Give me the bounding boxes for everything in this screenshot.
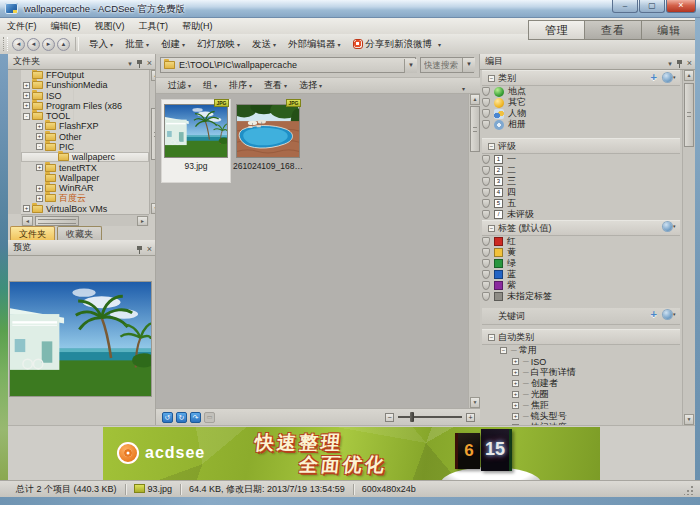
easy-select-shield-icon[interactable] [482, 98, 490, 107]
mode-button-查看[interactable]: 查看 [585, 20, 641, 40]
scroll-thumb[interactable] [35, 216, 79, 226]
easy-select-shield-icon[interactable] [482, 177, 490, 186]
catalog-vscrollbar[interactable]: ▲ ▼ [682, 70, 695, 425]
expand-icon[interactable]: + [23, 82, 30, 89]
easy-select-shield-icon[interactable] [482, 109, 490, 118]
menu-item[interactable]: 帮助(H) [175, 18, 220, 32]
panel-close-icon[interactable]: × [147, 56, 152, 71]
tree-item[interactable]: +VirtualBox VMs [21, 203, 149, 213]
scroll-down-icon[interactable]: ▼ [470, 397, 480, 408]
file-list[interactable]: JPG93.jpgJPG261024109_1680_... [156, 94, 468, 408]
collapse-icon[interactable]: − [488, 75, 495, 82]
filterbar-overflow-icon[interactable]: ▾ [462, 85, 465, 92]
pin-icon[interactable] [136, 245, 143, 254]
expand-icon[interactable]: + [23, 102, 30, 109]
easy-select-shield-icon[interactable] [482, 199, 490, 208]
panel-close-icon[interactable]: × [687, 56, 692, 71]
tree-item[interactable]: -PIC [21, 142, 149, 152]
expand-icon[interactable]: + [36, 133, 43, 140]
add-icon[interactable]: + [651, 72, 657, 82]
rating-section-header[interactable]: −评级 [482, 138, 680, 154]
easy-select-shield-icon[interactable] [482, 237, 490, 246]
tree-item[interactable]: +ISO [21, 91, 149, 101]
collapse-icon[interactable]: − [488, 143, 495, 150]
auto-categories-section-header[interactable]: −自动类别 [482, 329, 680, 345]
thumbnail-image[interactable] [237, 105, 299, 157]
minimize-button[interactable]: – [612, 0, 638, 13]
tree-item[interactable]: -TOOL [21, 111, 149, 121]
auto-category-root[interactable]: −─常用 [480, 345, 682, 356]
collapse-icon[interactable]: − [500, 347, 507, 354]
settings-gear-icon[interactable] [663, 222, 672, 231]
easy-select-shield-icon[interactable] [482, 210, 490, 219]
easy-select-shield-icon[interactable] [482, 120, 490, 129]
search-input[interactable] [421, 58, 462, 71]
tree-item[interactable]: +FFOutput [21, 70, 149, 80]
panel-menu-icon[interactable]: ▾ [668, 56, 672, 71]
pin-icon[interactable] [676, 59, 683, 68]
tree-item[interactable]: +FunshionMedia [21, 80, 149, 90]
expand-icon[interactable]: + [23, 205, 30, 212]
path-dropdown-icon[interactable]: ▼ [404, 59, 417, 73]
collapse-icon[interactable]: - [23, 113, 30, 120]
scroll-right-icon[interactable]: ► [137, 216, 148, 226]
auto-rotate-button[interactable]: ↷ [190, 412, 201, 423]
easy-select-shield-icon[interactable] [482, 292, 490, 301]
tab-文件夹[interactable]: 文件夹 [10, 226, 55, 240]
expand-icon[interactable]: + [512, 380, 519, 387]
filter-menu-过滤[interactable]: 过滤▾ [163, 78, 196, 93]
rotate-ccw-button[interactable]: ↺ [162, 412, 173, 423]
settings-gear-icon[interactable] [663, 310, 672, 319]
filter-menu-选择[interactable]: 选择▾ [294, 78, 327, 93]
easy-select-shield-icon[interactable] [482, 259, 490, 268]
scroll-up-icon[interactable]: ▲ [470, 94, 480, 105]
expand-icon[interactable]: + [512, 391, 519, 398]
easy-select-shield-icon[interactable] [482, 281, 490, 290]
preview-panel-header[interactable]: 预览 × [8, 240, 155, 256]
previous-button[interactable]: ◄ [27, 38, 40, 51]
slider-handle[interactable] [410, 412, 414, 422]
folder-tree-hscrollbar[interactable]: ◄ ► [21, 214, 149, 226]
auto-category-item[interactable]: +─镜头型号 [480, 411, 682, 422]
slider-track[interactable] [398, 416, 462, 418]
filter-menu-排序[interactable]: 排序▾ [224, 78, 257, 93]
toolbar-grip[interactable] [3, 37, 8, 51]
scroll-up-icon[interactable]: ▲ [684, 70, 694, 81]
close-button[interactable]: × [666, 0, 696, 13]
zoom-out-icon[interactable]: − [385, 413, 394, 422]
collapse-icon[interactable]: − [488, 225, 495, 232]
panel-menu-icon[interactable]: ▾ [128, 56, 132, 71]
tree-item[interactable]: +百度云 [21, 193, 149, 203]
scroll-left-icon[interactable]: ◄ [22, 216, 33, 226]
toolbar-button-创建[interactable]: 创建▾ [155, 36, 191, 53]
tab-收藏夹[interactable]: 收藏夹 [57, 226, 102, 240]
next-button[interactable]: ► [42, 38, 55, 51]
auto-category-item[interactable]: +─白平衡详情 [480, 367, 682, 378]
auto-category-item[interactable]: +─创建者 [480, 378, 682, 389]
zoom-in-icon[interactable]: + [466, 413, 475, 422]
easy-select-shield-icon[interactable] [482, 270, 490, 279]
mode-button-管理[interactable]: 管理 [528, 20, 585, 40]
easy-select-shield-icon[interactable] [482, 188, 490, 197]
toolbar-overflow-icon[interactable]: ▾ [438, 41, 441, 48]
folders-panel-header[interactable]: 文件夹 ▾× [8, 54, 155, 70]
search-dropdown-icon[interactable]: ▼ [462, 58, 475, 72]
keywords-section-header[interactable]: 关键词+ [482, 308, 680, 325]
auto-category-item[interactable]: +─ISO [480, 356, 682, 367]
tree-item[interactable]: +wallpaperc [21, 152, 149, 162]
filter-menu-组[interactable]: 组▾ [198, 78, 222, 93]
tree-item[interactable]: +Wallpaper [21, 173, 149, 183]
menu-item[interactable]: 文件(F) [0, 18, 44, 32]
settings-gear-icon[interactable] [663, 73, 672, 82]
catalog-panel-header[interactable]: 编目 ▾× [480, 54, 695, 70]
label-item[interactable]: 未指定标签 [480, 291, 682, 302]
scroll-thumb[interactable] [470, 106, 480, 152]
toolbar-button-导入[interactable]: 导入▾ [83, 36, 119, 53]
toolbar-button-幻灯放映[interactable]: 幻灯放映▾ [191, 36, 246, 53]
menu-item[interactable]: 工具(T) [132, 18, 176, 32]
tree-item[interactable]: +Other [21, 132, 149, 142]
add-icon[interactable]: + [651, 309, 657, 319]
compare-button[interactable]: ▭ [204, 412, 215, 423]
title-bar[interactable]: wallpapercache - ACDSee 官方免费版 – ▢ × [0, 0, 700, 18]
share-weibo-button[interactable]: 分享到新浪微博 [347, 36, 439, 53]
